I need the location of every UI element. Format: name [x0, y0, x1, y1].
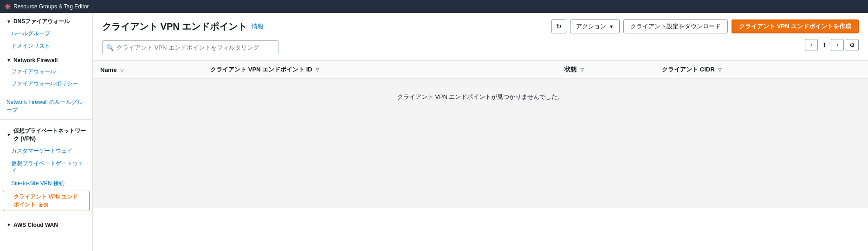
sidebar-item-firewall[interactable]: ファイアウォール: [0, 65, 92, 78]
filler-row: [93, 152, 868, 171]
refresh-button[interactable]: ↻: [551, 19, 566, 33]
col-client-cidr-sort-icon[interactable]: ▽: [718, 67, 722, 72]
col-client-cidr: クライアント CIDR ▽: [654, 61, 868, 79]
prev-page-icon: ‹: [810, 42, 812, 48]
sidebar-item-nf-rule-group[interactable]: Network Firewall のルールグループ: [0, 96, 92, 116]
new-badge: 新規: [39, 202, 48, 207]
download-label: クライアント設定をダウンロード: [630, 22, 721, 31]
refresh-icon: ↻: [556, 23, 562, 30]
search-icon: 🔍: [106, 44, 114, 51]
vpn-section-triangle: ▼: [6, 132, 11, 137]
col-name-sort-icon[interactable]: ▽: [120, 68, 124, 73]
prev-page-button[interactable]: ‹: [805, 39, 818, 51]
table-body: クライアント VPN エンドポイントが見つかりませんでした。: [93, 79, 868, 208]
sidebar-item-firewall-policy[interactable]: ファイアウォールポリシー: [0, 77, 92, 90]
cloudwan-section-triangle: ▼: [6, 222, 11, 227]
search-input-wrap: 🔍: [102, 40, 279, 54]
action-label: アクション: [576, 22, 606, 31]
content-header: クライアント VPN エンドポイント 情報 ↻ アクション ▼ クライアント設定…: [93, 13, 868, 61]
empty-row: クライアント VPN エンドポイントが見つかりませんでした。: [93, 79, 868, 116]
action-dropdown-icon: ▼: [609, 24, 614, 29]
dns-section-label: DNSファイアウォール: [13, 18, 70, 26]
create-label: クライアント VPN エンドポイントを作成: [739, 22, 851, 31]
sidebar-divider-1: [0, 93, 92, 93]
filler-row: [93, 171, 868, 189]
vpn-section-label: 仮想プライベートネットワーク (VPN): [13, 127, 86, 143]
page-title: クライアント VPN エンドポイント: [102, 20, 247, 33]
next-page-icon: ›: [836, 42, 838, 48]
app-title: Resource Groups & Tag Editor: [13, 3, 89, 10]
top-bar: ❋ Resource Groups & Tag Editor: [0, 0, 868, 13]
table-header-row: Name ▽ クライアント VPN エンドポイント ID ▽ 状態 ▽ クラ: [93, 61, 868, 79]
sidebar-section-dns[interactable]: ▼ DNSファイアウォール: [0, 13, 92, 27]
col-status: 状態 ▽: [557, 61, 654, 79]
title-left: クライアント VPN エンドポイント 情報: [102, 20, 264, 33]
sidebar-divider-3: [0, 214, 92, 214]
sidebar-item-virtual-private-gateway[interactable]: 仮想プライベートゲートウェイ: [0, 157, 92, 178]
filler-row: [93, 189, 868, 208]
dns-section-triangle: ▼: [6, 19, 11, 24]
sidebar-section-cloud-wan[interactable]: ▼ AWS Cloud WAN: [0, 217, 92, 230]
next-page-button[interactable]: ›: [831, 39, 844, 51]
table-settings-button[interactable]: ⚙: [846, 39, 859, 51]
sidebar-divider-2: [0, 119, 92, 120]
create-button[interactable]: クライアント VPN エンドポイントを作成: [732, 19, 859, 33]
sidebar-section-vpn[interactable]: ▼ 仮想プライベートネットワーク (VPN): [0, 122, 92, 145]
settings-icon: ⚙: [849, 42, 855, 49]
filler-row: [93, 115, 868, 134]
title-row: クライアント VPN エンドポイント 情報 ↻ アクション ▼ クライアント設定…: [102, 19, 859, 33]
main-layout: ▼ DNSファイアウォール ルールグループ ドメインリスト ▼ Network …: [0, 13, 868, 251]
sidebar-item-customer-gateway[interactable]: カスタマーゲートウェイ: [0, 145, 92, 157]
filler-row: [93, 134, 868, 152]
col-endpoint-id-sort-icon[interactable]: ▽: [316, 67, 319, 72]
cloudwan-section-label: AWS Cloud WAN: [13, 222, 58, 228]
pagination-controls: ‹ 1 › ⚙: [805, 39, 859, 56]
app-icon: ❋: [5, 2, 11, 11]
nf-section-triangle: ▼: [6, 58, 11, 63]
col-name: Name ▽: [93, 61, 203, 79]
sidebar-item-client-vpn-endpoint[interactable]: クライアント VPN エンドポイント 新規: [3, 191, 90, 211]
page-number: 1: [820, 42, 829, 49]
sidebar-item-domain-list[interactable]: ドメインリスト: [0, 40, 92, 52]
empty-message: クライアント VPN エンドポイントが見つかりませんでした。: [93, 79, 868, 116]
sidebar: ▼ DNSファイアウォール ルールグループ ドメインリスト ▼ Network …: [0, 13, 93, 251]
sidebar-item-site-to-site[interactable]: Site-to-Site VPN 接続: [0, 177, 92, 190]
table-container: Name ▽ クライアント VPN エンドポイント ID ▽ 状態 ▽ クラ: [93, 61, 868, 251]
endpoint-table: Name ▽ クライアント VPN エンドポイント ID ▽ 状態 ▽ クラ: [93, 61, 868, 208]
download-button[interactable]: クライアント設定をダウンロード: [623, 19, 728, 33]
content-area: クライアント VPN エンドポイント 情報 ↻ アクション ▼ クライアント設定…: [93, 13, 868, 251]
search-input[interactable]: [117, 44, 274, 51]
sidebar-item-rule-group[interactable]: ルールグループ: [0, 27, 92, 40]
sidebar-section-network-firewall[interactable]: ▼ Network Firewall: [0, 52, 92, 65]
col-status-sort-icon[interactable]: ▽: [580, 67, 584, 72]
col-endpoint-id: クライアント VPN エンドポイント ID ▽: [203, 61, 557, 79]
action-button[interactable]: アクション ▼: [570, 19, 620, 33]
table-header: Name ▽ クライアント VPN エンドポイント ID ▽ 状態 ▽ クラ: [93, 61, 868, 79]
title-right: ↻ アクション ▼ クライアント設定をダウンロード クライアント VPN エンド…: [551, 19, 859, 33]
nf-section-label: Network Firewall: [13, 57, 58, 64]
info-link[interactable]: 情報: [252, 22, 264, 31]
